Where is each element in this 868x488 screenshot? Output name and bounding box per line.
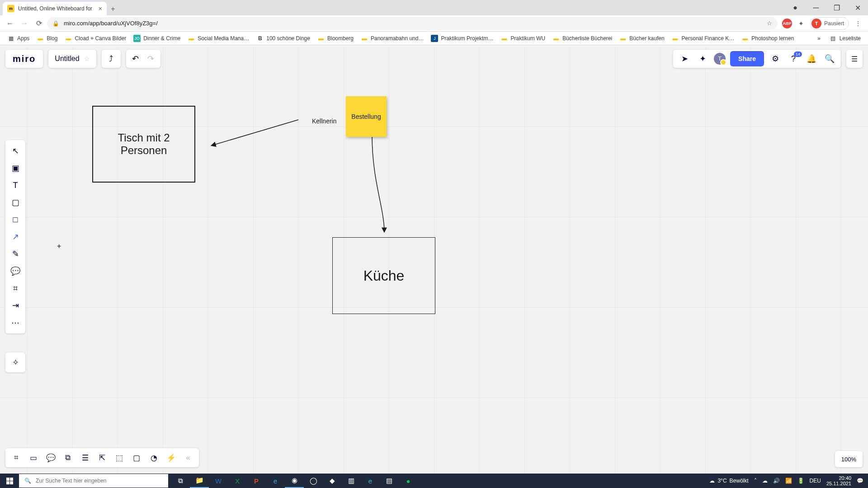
wifi-icon[interactable]: 📶	[785, 478, 792, 484]
bookmark-item[interactable]: ▬Photoshop lernen	[739, 33, 797, 44]
chrome-menu-icon[interactable]: ⋮	[852, 17, 864, 30]
file-explorer-icon[interactable]: 📁	[190, 474, 209, 488]
text-tool[interactable]: T	[7, 177, 24, 193]
line-tool[interactable]: ↗	[7, 229, 24, 245]
screen-share-icon[interactable]: ▢	[128, 450, 145, 466]
select-tool[interactable]: ↖	[7, 143, 24, 159]
notepad-icon[interactable]: ▤	[380, 474, 399, 488]
user-avatar-icon[interactable]: T	[714, 53, 726, 65]
bookmark-item[interactable]: B100 schöne Dinge	[254, 33, 313, 44]
tab-close-icon[interactable]: ×	[99, 5, 102, 12]
word-icon[interactable]: W	[209, 474, 228, 488]
omnibox[interactable]: 🔒 miro.com/app/board/uXjVOf8yZ3g=/ ☆	[47, 17, 778, 30]
undo-button[interactable]: ↶	[129, 54, 142, 64]
sticky-tool[interactable]: ▢	[7, 194, 24, 211]
battery-icon[interactable]: 🔋	[797, 478, 804, 484]
excel-icon[interactable]: X	[228, 474, 247, 488]
timer-icon[interactable]: ◔	[146, 450, 162, 466]
reactions-icon[interactable]: ✦	[696, 54, 709, 64]
comment-tool[interactable]: 💬	[7, 263, 24, 279]
cursor-mode-icon[interactable]: ➤	[678, 54, 691, 64]
embed-icon[interactable]: ⬚	[111, 450, 127, 466]
list-icon[interactable]: ☰	[77, 450, 93, 466]
bookmark-item[interactable]: ▬Personal Finance K…	[669, 33, 737, 44]
chrome-icon[interactable]: ◉	[285, 474, 304, 488]
volume-icon[interactable]: 🔊	[773, 478, 780, 484]
miro-logo[interactable]: miro	[5, 50, 43, 68]
weather-widget[interactable]: ☁ 3°C Bewölkt	[709, 478, 748, 484]
zoom-indicator[interactable]: 100%	[835, 451, 863, 467]
spotify-icon[interactable]: ●	[399, 474, 418, 488]
canvas-box-tisch[interactable]: Tisch mit 2Personen	[92, 106, 195, 183]
frame-tool[interactable]: ⌗	[7, 280, 24, 296]
powerpoint-icon[interactable]: P	[247, 474, 266, 488]
obs-icon[interactable]: ◯	[304, 474, 323, 488]
presentation-icon[interactable]: ▭	[25, 450, 42, 466]
bookmark-item[interactable]: ▬Bücher kaufen	[617, 33, 667, 44]
edge-icon[interactable]: e	[361, 474, 380, 488]
onedrive-icon[interactable]: ☁	[762, 478, 768, 484]
new-tab-button[interactable]: +	[107, 3, 119, 15]
star-bookmark-icon[interactable]: ☆	[767, 20, 772, 27]
bookmark-item[interactable]: ▬Bücherliste Bücherei	[550, 33, 615, 44]
bookmark-item[interactable]: ▬Social Media Mana…	[185, 33, 252, 44]
taskbar-clock[interactable]: 20:40 25.11.2021	[826, 475, 851, 486]
notifications-bell-icon[interactable]: 🔔	[805, 54, 818, 64]
smart-draw-tool[interactable]: ✧	[5, 352, 25, 372]
bookmark-item[interactable]: ▬Blog	[34, 33, 60, 44]
more-tools[interactable]: ⋯	[7, 314, 24, 331]
canvas-box-kueche[interactable]: Küche	[332, 237, 435, 314]
app-icon[interactable]: ▥	[342, 474, 361, 488]
redo-button[interactable]: ↷	[144, 54, 158, 64]
extensions-icon[interactable]: ✦	[795, 17, 807, 30]
taskbar-search[interactable]: 🔍 Zur Suche Text hier eingeben	[19, 474, 168, 488]
help-icon[interactable]: ?14	[787, 54, 800, 64]
window-maximize-icon[interactable]: ❐	[826, 1, 847, 14]
canvas-text-kellnerin[interactable]: Kellnerin	[312, 117, 336, 125]
bookmark-item[interactable]: ▬Cload + Canva Bilder	[62, 33, 129, 44]
reading-list-button[interactable]: ▤Leseliste	[827, 33, 863, 44]
export-button[interactable]: ⤴	[102, 50, 121, 68]
comments-panel-icon[interactable]: 💬	[42, 450, 59, 466]
app-icon[interactable]: ◆	[323, 474, 342, 488]
bookmark-item[interactable]: JODinner & Crime	[131, 33, 183, 44]
export-frame-icon[interactable]: ⇱	[94, 450, 110, 466]
templates-tool[interactable]: ▣	[7, 160, 24, 176]
window-close-icon[interactable]: ✕	[847, 1, 868, 14]
activity-panel-toggle[interactable]: ☰	[846, 50, 863, 68]
apps-button[interactable]: ▦Apps	[5, 33, 32, 44]
upload-tool[interactable]: ⇥	[7, 297, 24, 314]
canvas-sticky-bestellung[interactable]: Bestellung	[346, 96, 387, 137]
task-view-icon[interactable]: ⧉	[171, 474, 190, 488]
browser-tab[interactable]: m Untitled, Online Whiteboard for ×	[3, 2, 107, 15]
board-title-pill[interactable]: Untitled ☆	[48, 50, 96, 68]
settings-sliders-icon[interactable]: ⚙	[769, 54, 782, 64]
language-indicator[interactable]: DEU	[810, 478, 821, 484]
search-icon[interactable]: 🔍	[823, 54, 836, 64]
shape-tool[interactable]: □	[7, 211, 24, 228]
miro-canvas[interactable]: Tisch mit 2Personen Kellnerin Bestellung…	[0, 45, 868, 474]
favorite-star-icon[interactable]: ☆	[84, 55, 90, 62]
adblock-icon[interactable]: ABP	[782, 19, 792, 28]
nav-reload-button[interactable]: ⟳	[33, 17, 45, 30]
canvas-add-hint-icon[interactable]: +	[57, 242, 61, 250]
share-button[interactable]: Share	[730, 51, 764, 66]
bookmark-item[interactable]: ▬Panoramabahn und…	[358, 33, 426, 44]
nav-forward-button[interactable]: →	[18, 17, 31, 30]
pen-tool[interactable]: ✎	[7, 246, 24, 262]
chrome-account-dot-icon[interactable]: ●	[785, 1, 806, 14]
window-minimize-icon[interactable]: ─	[806, 1, 826, 14]
cards-icon[interactable]: ⧉	[60, 450, 76, 466]
nav-back-button[interactable]: ←	[4, 17, 16, 30]
frames-panel-icon[interactable]: ⌗	[8, 450, 24, 466]
tray-chevron-icon[interactable]: ˄	[754, 478, 757, 484]
profile-button[interactable]: T Pausiert	[810, 17, 849, 30]
voting-icon[interactable]: ⚡	[163, 450, 179, 466]
bookmark-item[interactable]: ▬Bloomberg	[315, 33, 356, 44]
action-center-icon[interactable]: 💬	[857, 478, 863, 484]
collapse-toolbar-icon[interactable]: «	[180, 450, 196, 466]
edge-legacy-icon[interactable]: e	[266, 474, 285, 488]
bookmark-item[interactable]: ▬Praktikum WU	[498, 33, 548, 44]
bookmark-item[interactable]: JPraktikum Projektm…	[428, 33, 496, 44]
bookmarks-overflow-button[interactable]: »	[815, 33, 823, 43]
